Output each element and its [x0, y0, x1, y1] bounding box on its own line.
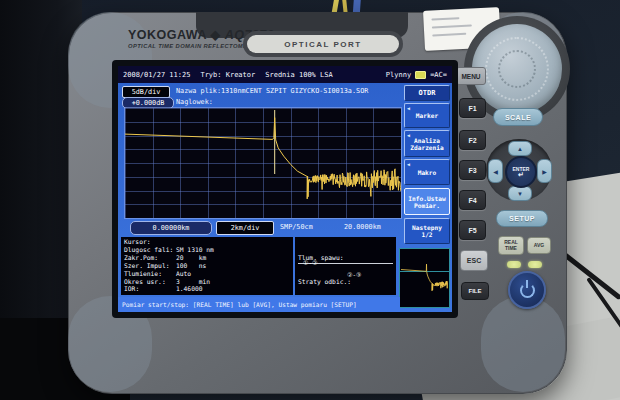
power-icon	[520, 283, 535, 298]
status-ac-indicator: =AC=	[430, 71, 447, 79]
param-title-row: Kursor	[124, 238, 290, 246]
softkey-arrow-icon: ◀	[407, 161, 410, 168]
f4-button[interactable]: F4	[459, 190, 486, 210]
preview-trace-svg	[401, 261, 448, 297]
softkey-nastepny[interactable]: Nastepny 1/2	[404, 218, 450, 244]
softkey-marker[interactable]: ◀ Marker	[404, 103, 450, 128]
status-power-source: Plynny	[386, 71, 411, 79]
corner-bumper	[481, 296, 565, 392]
preview-trace-path	[401, 264, 448, 291]
param-value: 100 ns	[176, 262, 206, 270]
device-subtitle: OPTICAL TIME DOMAIN REFLECTOMETER	[128, 43, 260, 49]
photo-scene: YOKOGAWA ◆ AQ7270 OPTICAL TIME DOMAIN RE…	[0, 0, 620, 400]
softkey-arrow-icon: ◀	[407, 105, 410, 112]
setup-button[interactable]: SETUP	[496, 210, 548, 227]
arrow-up-icon: ▲	[517, 146, 523, 152]
otdr-trace-svg	[125, 108, 401, 218]
f1-button[interactable]: F1	[459, 98, 486, 118]
param-label: Okres usr.	[124, 278, 176, 286]
softkey-label: Makro	[418, 169, 437, 176]
param-row: Tlumienie Auto	[124, 270, 290, 278]
status-datetime: 2008/01/27 11:25	[123, 71, 190, 79]
softkey-arrow-icon: ◀	[407, 132, 410, 139]
f5-button[interactable]: F5	[459, 220, 486, 240]
diamond-icon: ◆	[211, 28, 221, 42]
sampling-text: SMP/50cm	[280, 223, 313, 231]
status-mode: Tryb: Kreator	[200, 71, 255, 79]
esc-button[interactable]: ESC	[460, 250, 488, 271]
param-row: Szer. Impul 100 ns	[124, 262, 290, 270]
horizontal-scale-box: 2km/div	[216, 221, 274, 235]
param-row: Dlugosc fali SM 1310 nm	[124, 246, 290, 254]
trace-preview-thumbnail	[399, 248, 450, 308]
enter-button[interactable]: ENTER ↵	[505, 156, 537, 188]
trace-path	[125, 118, 401, 199]
softkey-label: Nastepny 1/2	[406, 224, 448, 238]
axis-bar: 0.00000km 2km/div SMP/50cm 20.0000km	[118, 221, 404, 234]
cursor-position-box: 0.00000km	[130, 221, 212, 235]
softkey-label: Analiza Zdarzenia	[406, 137, 448, 151]
arrow-up-button[interactable]: ▲	[508, 141, 532, 156]
param-label: Tlumienie	[124, 270, 176, 278]
param-label: Szer. Impul	[124, 262, 176, 270]
arrow-down-button[interactable]: ▼	[508, 186, 532, 201]
battery-icon	[415, 71, 426, 79]
param-label: Dlugosc fali	[124, 246, 176, 254]
hint-bar: Pomiar start/stop: [REAL TIME] lub [AVG]…	[118, 297, 400, 312]
measurement-params-panel: Kursor Dlugosc fali SM 1310 nm Zakr.Pom …	[121, 237, 293, 295]
menu-button[interactable]: MENU	[456, 67, 486, 85]
softkey-makro[interactable]: ◀ Makro	[404, 159, 450, 185]
param-row: Okres usr. 3 min	[124, 278, 290, 286]
status-bar: 2008/01/27 11:25 Tryb: Kreator Srednia 1…	[118, 66, 452, 83]
softkey-analiza-zdarzenia[interactable]: ◀ Analiza Zdarzenia	[404, 130, 450, 157]
status-led	[507, 261, 521, 268]
param-label: Zakr.Pom	[124, 254, 176, 262]
param-value: 3 min	[176, 278, 210, 286]
real-time-button[interactable]: REAL TIME	[498, 236, 524, 255]
knob-texture-ring-inner	[498, 50, 536, 88]
softkey-label: Marker	[416, 112, 438, 119]
file-button[interactable]: FILE	[461, 282, 489, 300]
softkey-header-otdr: OTDR	[404, 85, 450, 101]
f2-button[interactable]: F2	[459, 130, 486, 150]
arrow-left-icon: ◀	[493, 168, 498, 175]
param-row: IOR 1.46000	[124, 285, 290, 293]
param-label: IOR	[124, 285, 176, 293]
trace-graph	[125, 108, 401, 218]
event-marker-2-3: ②-③	[347, 271, 361, 279]
brand-text: YOKOGAWA	[128, 28, 207, 42]
file-name-text: Nazwa plik:1310nmCENT SZPIT GIZYCKO-SI00…	[176, 87, 368, 95]
f3-button[interactable]: F3	[459, 160, 486, 180]
arrow-left-button[interactable]: ◀	[488, 159, 503, 183]
arrow-right-button[interactable]: ▶	[537, 159, 552, 183]
scale-button[interactable]: SCALE	[493, 108, 543, 126]
status-averaging: Srednia 100% LSA	[265, 71, 332, 79]
softkey-info-ustaw-pomiar[interactable]: Info.Ustaw Pomiar.	[404, 188, 450, 215]
return-icon: ↵	[518, 172, 524, 177]
charge-led	[528, 261, 542, 268]
range-end-text: 20.0000km	[344, 223, 381, 231]
avg-button[interactable]: AVG	[527, 237, 551, 254]
arrow-right-icon: ▶	[542, 168, 547, 175]
otdr-screen: 2008/01/27 11:25 Tryb: Kreator Srednia 1…	[118, 66, 452, 312]
power-button[interactable]	[508, 271, 546, 309]
header-text: Naglowek:	[176, 98, 213, 106]
optical-port-label: OPTICAL PORT	[247, 35, 399, 53]
param-title: Kursor	[124, 238, 176, 246]
event-line2: Straty odbic.	[298, 278, 355, 286]
softkey-label: Info.Ustaw Pomiar.	[406, 195, 448, 209]
screen-bezel: 2008/01/27 11:25 Tryb: Kreator Srednia 1…	[112, 60, 458, 318]
arrow-down-icon: ▼	[517, 191, 523, 197]
param-value: Auto	[176, 270, 191, 278]
param-value: 1.46000	[176, 285, 203, 293]
param-value: SM 1310 nm	[176, 246, 214, 254]
param-row: Zakr.Pom 20 km	[124, 254, 290, 262]
event-marker-1-2: ①-②	[303, 259, 317, 267]
optical-port-panel: OPTICAL PORT	[243, 31, 403, 57]
enter-navigation-pad: ▲ ▼ ◀ ▶ ENTER ↵	[486, 139, 552, 201]
events-panel: Tlum. spawu Straty odbic. ①-② ②-③	[295, 237, 396, 295]
param-value: 20 km	[176, 254, 206, 262]
